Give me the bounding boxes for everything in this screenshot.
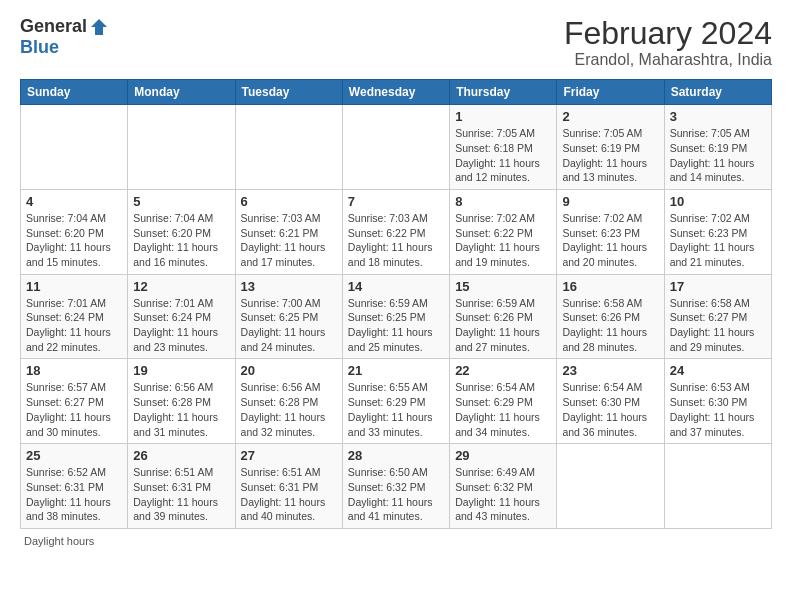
day-number: 18 [26, 363, 122, 378]
day-number: 21 [348, 363, 444, 378]
day-number: 7 [348, 194, 444, 209]
day-number: 29 [455, 448, 551, 463]
day-info: Sunrise: 7:01 AMSunset: 6:24 PMDaylight:… [26, 297, 111, 353]
cell-0-6: 3 Sunrise: 7:05 AMSunset: 6:19 PMDayligh… [664, 105, 771, 190]
cell-0-0 [21, 105, 128, 190]
header-tuesday: Tuesday [235, 80, 342, 105]
day-info: Sunrise: 6:50 AMSunset: 6:32 PMDaylight:… [348, 466, 433, 522]
day-info: Sunrise: 6:58 AMSunset: 6:26 PMDaylight:… [562, 297, 647, 353]
day-info: Sunrise: 6:58 AMSunset: 6:27 PMDaylight:… [670, 297, 755, 353]
day-info: Sunrise: 6:56 AMSunset: 6:28 PMDaylight:… [133, 381, 218, 437]
day-number: 27 [241, 448, 337, 463]
day-info: Sunrise: 7:02 AMSunset: 6:23 PMDaylight:… [670, 212, 755, 268]
subtitle: Erandol, Maharashtra, India [564, 51, 772, 69]
header-friday: Friday [557, 80, 664, 105]
day-number: 5 [133, 194, 229, 209]
cell-2-6: 17 Sunrise: 6:58 AMSunset: 6:27 PMDaylig… [664, 274, 771, 359]
day-number: 14 [348, 279, 444, 294]
cell-3-2: 20 Sunrise: 6:56 AMSunset: 6:28 PMDaylig… [235, 359, 342, 444]
day-number: 20 [241, 363, 337, 378]
day-info: Sunrise: 6:54 AMSunset: 6:30 PMDaylight:… [562, 381, 647, 437]
day-info: Sunrise: 7:02 AMSunset: 6:22 PMDaylight:… [455, 212, 540, 268]
day-number: 8 [455, 194, 551, 209]
calendar-table: Sunday Monday Tuesday Wednesday Thursday… [20, 79, 772, 529]
day-info: Sunrise: 6:57 AMSunset: 6:27 PMDaylight:… [26, 381, 111, 437]
cell-0-5: 2 Sunrise: 7:05 AMSunset: 6:19 PMDayligh… [557, 105, 664, 190]
cell-0-4: 1 Sunrise: 7:05 AMSunset: 6:18 PMDayligh… [450, 105, 557, 190]
logo-general-text: General [20, 16, 87, 37]
cell-2-1: 12 Sunrise: 7:01 AMSunset: 6:24 PMDaylig… [128, 274, 235, 359]
cell-3-4: 22 Sunrise: 6:54 AMSunset: 6:29 PMDaylig… [450, 359, 557, 444]
calendar-header: Sunday Monday Tuesday Wednesday Thursday… [21, 80, 772, 105]
day-info: Sunrise: 7:05 AMSunset: 6:18 PMDaylight:… [455, 127, 540, 183]
day-number: 17 [670, 279, 766, 294]
day-info: Sunrise: 6:59 AMSunset: 6:25 PMDaylight:… [348, 297, 433, 353]
cell-3-5: 23 Sunrise: 6:54 AMSunset: 6:30 PMDaylig… [557, 359, 664, 444]
cell-3-1: 19 Sunrise: 6:56 AMSunset: 6:28 PMDaylig… [128, 359, 235, 444]
day-info: Sunrise: 6:59 AMSunset: 6:26 PMDaylight:… [455, 297, 540, 353]
day-info: Sunrise: 7:03 AMSunset: 6:22 PMDaylight:… [348, 212, 433, 268]
cell-1-6: 10 Sunrise: 7:02 AMSunset: 6:23 PMDaylig… [664, 189, 771, 274]
cell-4-0: 25 Sunrise: 6:52 AMSunset: 6:31 PMDaylig… [21, 444, 128, 529]
day-number: 24 [670, 363, 766, 378]
day-info: Sunrise: 6:51 AMSunset: 6:31 PMDaylight:… [133, 466, 218, 522]
day-number: 28 [348, 448, 444, 463]
logo-blue-text: Blue [20, 37, 59, 58]
cell-1-5: 9 Sunrise: 7:02 AMSunset: 6:23 PMDayligh… [557, 189, 664, 274]
cell-4-2: 27 Sunrise: 6:51 AMSunset: 6:31 PMDaylig… [235, 444, 342, 529]
cell-4-3: 28 Sunrise: 6:50 AMSunset: 6:32 PMDaylig… [342, 444, 449, 529]
cell-1-3: 7 Sunrise: 7:03 AMSunset: 6:22 PMDayligh… [342, 189, 449, 274]
day-info: Sunrise: 7:02 AMSunset: 6:23 PMDaylight:… [562, 212, 647, 268]
day-number: 23 [562, 363, 658, 378]
day-info: Sunrise: 7:00 AMSunset: 6:25 PMDaylight:… [241, 297, 326, 353]
header-row: Sunday Monday Tuesday Wednesday Thursday… [21, 80, 772, 105]
day-info: Sunrise: 6:52 AMSunset: 6:31 PMDaylight:… [26, 466, 111, 522]
week-row-2: 11 Sunrise: 7:01 AMSunset: 6:24 PMDaylig… [21, 274, 772, 359]
day-number: 15 [455, 279, 551, 294]
week-row-1: 4 Sunrise: 7:04 AMSunset: 6:20 PMDayligh… [21, 189, 772, 274]
week-row-3: 18 Sunrise: 6:57 AMSunset: 6:27 PMDaylig… [21, 359, 772, 444]
cell-3-3: 21 Sunrise: 6:55 AMSunset: 6:29 PMDaylig… [342, 359, 449, 444]
footer-text: Daylight hours [24, 535, 94, 547]
cell-3-6: 24 Sunrise: 6:53 AMSunset: 6:30 PMDaylig… [664, 359, 771, 444]
day-number: 19 [133, 363, 229, 378]
cell-4-4: 29 Sunrise: 6:49 AMSunset: 6:32 PMDaylig… [450, 444, 557, 529]
day-info: Sunrise: 7:03 AMSunset: 6:21 PMDaylight:… [241, 212, 326, 268]
cell-0-2 [235, 105, 342, 190]
day-info: Sunrise: 6:54 AMSunset: 6:29 PMDaylight:… [455, 381, 540, 437]
logo: General Blue [20, 16, 109, 58]
day-number: 16 [562, 279, 658, 294]
day-info: Sunrise: 6:51 AMSunset: 6:31 PMDaylight:… [241, 466, 326, 522]
day-number: 1 [455, 109, 551, 124]
cell-4-6 [664, 444, 771, 529]
day-number: 11 [26, 279, 122, 294]
day-info: Sunrise: 6:53 AMSunset: 6:30 PMDaylight:… [670, 381, 755, 437]
main-title: February 2024 [564, 16, 772, 51]
day-number: 13 [241, 279, 337, 294]
title-area: February 2024 Erandol, Maharashtra, Indi… [564, 16, 772, 69]
day-info: Sunrise: 6:55 AMSunset: 6:29 PMDaylight:… [348, 381, 433, 437]
page: General Blue February 2024 Erandol, Maha… [0, 0, 792, 557]
day-number: 12 [133, 279, 229, 294]
cell-4-5 [557, 444, 664, 529]
day-number: 10 [670, 194, 766, 209]
day-number: 2 [562, 109, 658, 124]
day-number: 4 [26, 194, 122, 209]
day-info: Sunrise: 6:56 AMSunset: 6:28 PMDaylight:… [241, 381, 326, 437]
cell-2-5: 16 Sunrise: 6:58 AMSunset: 6:26 PMDaylig… [557, 274, 664, 359]
day-info: Sunrise: 7:04 AMSunset: 6:20 PMDaylight:… [26, 212, 111, 268]
footer: Daylight hours [20, 535, 772, 547]
day-info: Sunrise: 7:04 AMSunset: 6:20 PMDaylight:… [133, 212, 218, 268]
day-info: Sunrise: 7:01 AMSunset: 6:24 PMDaylight:… [133, 297, 218, 353]
cell-2-3: 14 Sunrise: 6:59 AMSunset: 6:25 PMDaylig… [342, 274, 449, 359]
cell-1-2: 6 Sunrise: 7:03 AMSunset: 6:21 PMDayligh… [235, 189, 342, 274]
day-number: 3 [670, 109, 766, 124]
day-info: Sunrise: 6:49 AMSunset: 6:32 PMDaylight:… [455, 466, 540, 522]
cell-2-4: 15 Sunrise: 6:59 AMSunset: 6:26 PMDaylig… [450, 274, 557, 359]
cell-1-4: 8 Sunrise: 7:02 AMSunset: 6:22 PMDayligh… [450, 189, 557, 274]
cell-0-3 [342, 105, 449, 190]
day-number: 6 [241, 194, 337, 209]
cell-1-0: 4 Sunrise: 7:04 AMSunset: 6:20 PMDayligh… [21, 189, 128, 274]
svg-marker-0 [91, 19, 107, 35]
week-row-4: 25 Sunrise: 6:52 AMSunset: 6:31 PMDaylig… [21, 444, 772, 529]
